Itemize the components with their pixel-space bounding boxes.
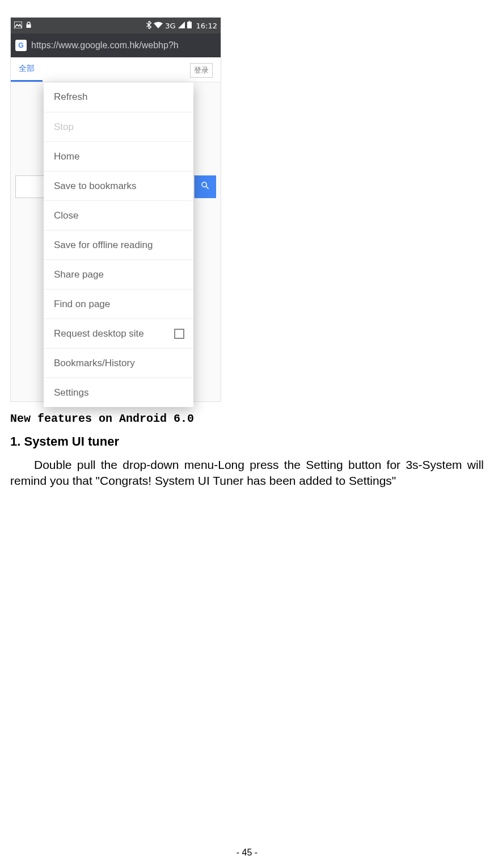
menu-item-bookmarks-history[interactable]: Bookmarks/History bbox=[44, 348, 193, 378]
menu-item-refresh[interactable]: Refresh bbox=[44, 82, 193, 112]
menu-item-label: Bookmarks/History bbox=[54, 358, 135, 369]
menu-item-save-bookmarks[interactable]: Save to bookmarks bbox=[44, 171, 193, 200]
url-text: https://www.google.com.hk/webhp?h bbox=[31, 40, 179, 51]
body-text: Double pull the drop-down menu-Long pres… bbox=[10, 457, 484, 488]
svg-rect-3 bbox=[188, 21, 190, 22]
svg-rect-1 bbox=[27, 24, 31, 28]
menu-item-home[interactable]: Home bbox=[44, 141, 193, 171]
menu-item-label: Stop bbox=[54, 121, 74, 133]
menu-item-label: Close bbox=[54, 210, 78, 221]
features-heading: New features on Android 6.0 bbox=[10, 412, 484, 425]
menu-item-label: Home bbox=[54, 151, 79, 162]
search-icon bbox=[200, 181, 210, 193]
tab-strip: 全部 登录 bbox=[11, 57, 221, 82]
document-body: New features on Android 6.0 1. System UI… bbox=[10, 412, 484, 488]
login-button[interactable]: 登录 bbox=[190, 63, 213, 78]
menu-item-find-on-page[interactable]: Find on page bbox=[44, 289, 193, 318]
menu-item-save-offline[interactable]: Save for offline reading bbox=[44, 230, 193, 259]
menu-item-settings[interactable]: Settings bbox=[44, 378, 193, 407]
menu-item-label: Request desktop site bbox=[54, 328, 144, 339]
menu-item-share-page[interactable]: Share page bbox=[44, 259, 193, 289]
menu-item-label: Save to bookmarks bbox=[54, 181, 137, 192]
search-button[interactable] bbox=[195, 175, 216, 198]
status-time: 16:12 bbox=[196, 22, 217, 30]
menu-item-request-desktop[interactable]: Request desktop site bbox=[44, 318, 193, 348]
network-label: 3G bbox=[165, 22, 175, 30]
menu-item-label: Share page bbox=[54, 269, 104, 280]
section-heading: 1. System UI tuner bbox=[10, 434, 484, 449]
menu-item-stop: Stop bbox=[44, 112, 193, 141]
page-number: - 45 - bbox=[0, 848, 494, 858]
tab-all[interactable]: 全部 bbox=[11, 57, 43, 82]
bluetooth-icon bbox=[146, 21, 151, 31]
page-body: 全部 登录 Refresh Stop Home Save to book bbox=[11, 57, 221, 401]
lock-icon bbox=[26, 22, 32, 30]
menu-item-label: Find on page bbox=[54, 299, 110, 310]
menu-item-label: Save for offline reading bbox=[54, 240, 153, 251]
checkbox-icon[interactable] bbox=[174, 329, 184, 339]
menu-item-close[interactable]: Close bbox=[44, 200, 193, 230]
status-bar: 3G 16:12 bbox=[11, 18, 221, 33]
phone-screenshot: 3G 16:12 G https://www.google.com.hk/web… bbox=[10, 17, 221, 402]
battery-icon bbox=[187, 21, 192, 30]
signal-icon bbox=[178, 22, 185, 30]
site-favicon: G bbox=[15, 40, 27, 51]
wifi-icon bbox=[154, 22, 163, 30]
svg-rect-2 bbox=[187, 22, 192, 29]
browser-menu: Refresh Stop Home Save to bookmarks Clos… bbox=[44, 82, 193, 407]
url-bar[interactable]: G https://www.google.com.hk/webhp?h bbox=[11, 33, 221, 57]
menu-item-label: Settings bbox=[54, 387, 88, 399]
image-icon bbox=[14, 22, 22, 30]
menu-item-label: Refresh bbox=[54, 91, 88, 103]
